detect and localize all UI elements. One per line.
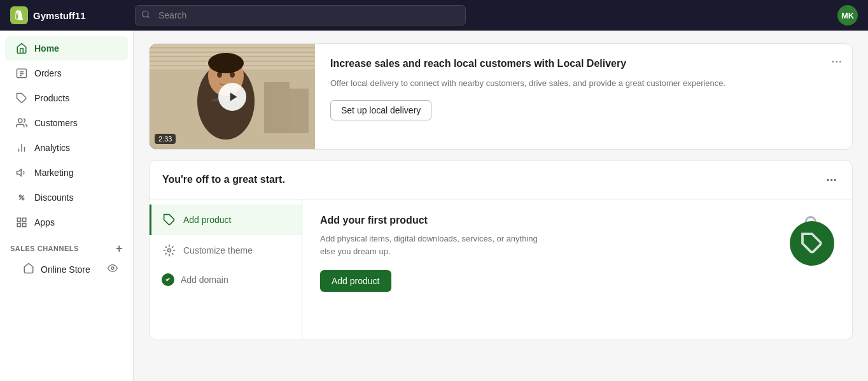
svg-point-7 [18,119,22,122]
svg-line-1 [148,16,150,18]
svg-rect-23 [150,52,315,53]
sidebar-label-analytics: Analytics [34,143,70,153]
svg-point-31 [208,53,244,73]
getting-started-header: You're off to a great start. ··· [150,161,852,199]
svg-point-36 [168,249,171,252]
video-thumbnail[interactable]: 2:33 [150,44,315,149]
svg-point-33 [230,71,235,78]
getting-started-body: Add product Customize theme Add domain [150,199,852,340]
sales-channels-section: SALES CHANNELS + [0,235,133,257]
sidebar-label-discounts: Discounts [34,192,73,203]
sidebar-item-apps[interactable]: Apps [5,210,128,234]
svg-marker-34 [230,92,237,101]
online-store-icon [23,262,34,276]
svg-point-19 [111,267,114,270]
layout: Home Orders Products Customers Analytics [0,31,868,381]
step-item-customize-theme[interactable]: Customize theme [150,235,302,266]
step-detail-description: Add physical items, digital downloads, s… [320,233,549,257]
marketing-icon [15,166,28,179]
sidebar-item-home[interactable]: Home [5,36,128,61]
set-up-local-delivery-button[interactable]: Set up local delivery [330,100,431,120]
search-input[interactable] [135,5,466,25]
step-label-customize-theme: Customize theme [183,245,253,255]
svg-rect-16 [23,218,26,221]
sidebar-item-customers[interactable]: Customers [5,111,128,135]
sidebar-item-analytics[interactable]: Analytics [5,136,128,160]
sidebar-label-apps: Apps [34,217,55,227]
search-bar [135,5,466,25]
online-store-label: Online Store [41,264,90,275]
product-illustration [771,215,834,278]
video-description: Offer local delivery to connect with nea… [330,77,839,90]
analytics-icon [15,141,28,154]
svg-rect-18 [23,224,26,227]
svg-line-14 [19,195,24,200]
add-product-button[interactable]: Add product [320,270,391,292]
step-item-add-product[interactable]: Add product [150,205,302,235]
svg-rect-27 [264,82,290,133]
svg-point-12 [19,195,21,197]
video-info: ··· Increase sales and reach local custo… [315,44,852,149]
sidebar-item-online-store[interactable]: Online Store [5,257,128,281]
sidebar-item-products[interactable]: Products [5,86,128,110]
search-icon [141,10,150,21]
svg-rect-15 [17,218,20,221]
svg-rect-17 [17,224,20,227]
sidebar: Home Orders Products Customers Analytics [0,31,134,381]
getting-started-title: You're off to a great start. [162,174,285,185]
video-card-inner: 2:33 ··· Increase sales and reach local … [150,44,852,149]
svg-marker-11 [17,169,22,176]
sales-channels-label: SALES CHANNELS [10,245,79,252]
customize-theme-icon [162,243,177,258]
main-content: 2:33 ··· Increase sales and reach local … [134,31,868,381]
getting-started-more-button[interactable]: ··· [823,171,839,189]
svg-rect-22 [150,47,315,48]
svg-point-13 [22,198,24,200]
step-completed-icon [162,273,174,286]
home-icon [15,42,28,55]
video-duration: 2:33 [155,134,176,144]
add-sales-channel-button[interactable]: + [116,243,123,254]
sidebar-item-discounts[interactable]: Discounts [5,185,128,210]
video-title: Increase sales and reach local customers… [330,57,839,71]
discounts-icon [15,191,28,204]
avatar[interactable]: MK [837,5,858,25]
video-more-button[interactable]: ··· [829,52,844,69]
eye-icon[interactable] [108,263,118,275]
sidebar-item-orders[interactable]: Orders [5,61,128,85]
sidebar-item-marketing[interactable]: Marketing [5,161,128,185]
video-card: 2:33 ··· Increase sales and reach local … [149,43,853,150]
step-detail-text: Add your first product Add physical item… [320,215,549,292]
svg-rect-28 [290,89,309,133]
step-label-add-product: Add product [183,215,232,225]
tag-shape [790,221,834,266]
sidebar-label-home: Home [34,43,59,54]
sidebar-label-products: Products [34,93,69,103]
brand-section: Gymstuff11 [10,6,125,24]
orders-icon [15,67,28,80]
step-detail: Add your first product Add physical item… [302,199,852,340]
sidebar-label-orders: Orders [34,68,62,78]
add-product-icon [162,212,177,227]
step-label-add-domain: Add domain [181,275,228,285]
step-item-add-domain[interactable]: Add domain [150,266,302,294]
step-detail-title: Add your first product [320,215,549,226]
customers-icon [15,117,28,129]
svg-point-32 [217,71,222,78]
apps-icon [15,216,28,229]
topbar: Gymstuff11 MK [0,0,868,31]
steps-list: Add product Customize theme Add domain [150,199,302,340]
brand-name: Gymstuff11 [33,10,86,21]
svg-point-0 [143,11,148,17]
shopify-logo-icon [10,6,28,24]
getting-started-card: You're off to a great start. ··· Add pro… [149,160,853,340]
sidebar-label-marketing: Marketing [34,168,73,178]
topbar-right: MK [837,5,858,25]
products-icon [15,92,28,104]
play-button[interactable] [218,83,246,111]
sidebar-label-customers: Customers [34,118,78,128]
